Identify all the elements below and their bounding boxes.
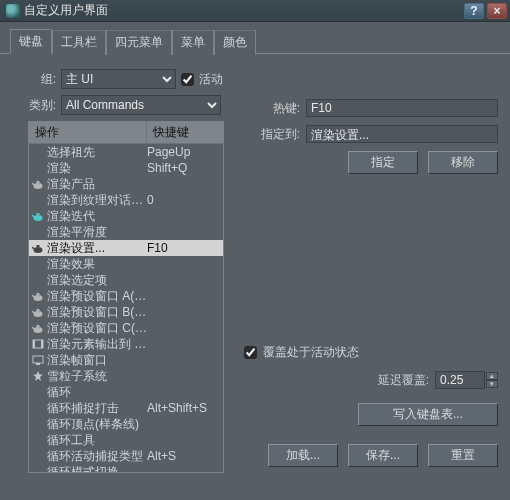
help-button[interactable]: ? — [464, 3, 484, 19]
item-name: 雪粒子系统 — [47, 368, 147, 384]
blank-icon — [31, 193, 45, 207]
list-item[interactable]: 渲染预设窗口 A("shif… — [29, 288, 223, 304]
svg-point-0 — [34, 183, 43, 189]
blank-icon — [31, 401, 45, 415]
window-title: 自定义用户界面 — [24, 2, 464, 19]
item-name: 循环活动捕捉类型 — [47, 448, 147, 464]
spin-down-icon[interactable]: ▾ — [486, 380, 498, 388]
item-name: 渲染平滑度 — [47, 224, 147, 240]
delay-input[interactable] — [435, 371, 485, 389]
item-name: 渲染预设窗口 B("shif… — [47, 304, 147, 320]
svg-marker-17 — [33, 371, 43, 381]
blank-icon — [31, 145, 45, 159]
tab-menus[interactable]: 菜单 — [172, 30, 214, 55]
remove-button[interactable]: 移除 — [428, 151, 498, 174]
list-item[interactable]: 渲染效果 — [29, 256, 223, 272]
list-item[interactable]: 渲染选定项 — [29, 272, 223, 288]
col-shortcut[interactable]: 快捷键 — [147, 122, 223, 143]
svg-rect-14 — [41, 340, 43, 348]
svg-rect-15 — [33, 356, 43, 363]
teapot-icon — [31, 177, 45, 191]
list-item[interactable]: 渲染预设窗口 B("shif… — [29, 304, 223, 320]
list-item[interactable]: 循环捕捉打击Alt+Shift+S — [29, 400, 223, 416]
close-button[interactable]: × — [487, 3, 507, 19]
save-button[interactable]: 保存... — [348, 444, 418, 467]
svg-point-10 — [34, 327, 43, 333]
list-item[interactable]: 渲染预设窗口 C("shif… — [29, 320, 223, 336]
list-item[interactable]: 渲染Shift+Q — [29, 160, 223, 176]
overlay-active-label: 覆盖处于活动状态 — [263, 344, 359, 361]
monitor-icon — [31, 353, 45, 367]
svg-rect-13 — [33, 340, 35, 348]
blank-icon — [31, 433, 45, 447]
blank-icon — [31, 161, 45, 175]
delay-label: 延迟覆盖: — [378, 372, 429, 389]
titlebar: 自定义用户界面 ? × — [0, 0, 510, 22]
svg-rect-5 — [37, 245, 40, 247]
spin-up-icon[interactable]: ▴ — [486, 372, 498, 380]
list-item[interactable]: 选择祖先PageUp — [29, 144, 223, 160]
tab-quads[interactable]: 四元菜单 — [106, 30, 172, 55]
blank-icon — [31, 257, 45, 271]
reset-button[interactable]: 重置 — [428, 444, 498, 467]
list-item[interactable]: 渲染帧窗口 — [29, 352, 223, 368]
group-select[interactable]: 主 UI — [61, 69, 176, 89]
item-name: 渲染迭代 — [47, 208, 147, 224]
svg-point-8 — [34, 311, 43, 317]
tab-colors[interactable]: 颜色 — [214, 30, 256, 55]
list-item[interactable]: 循环 — [29, 384, 223, 400]
svg-rect-11 — [37, 325, 40, 327]
item-shortcut: 0 — [147, 192, 223, 208]
list-item[interactable]: 渲染元素输出到 com… — [29, 336, 223, 352]
list-item[interactable]: 渲染到纹理对话框切换0 — [29, 192, 223, 208]
write-keytable-button[interactable]: 写入键盘表... — [358, 403, 498, 426]
tab-bar: 键盘 工具栏 四元菜单 菜单 颜色 — [0, 22, 510, 54]
svg-rect-9 — [37, 309, 40, 311]
svg-point-6 — [34, 295, 43, 301]
tab-toolbars[interactable]: 工具栏 — [52, 30, 106, 55]
category-select[interactable]: All Commands — [61, 95, 221, 115]
item-name: 循环顶点(样条线) — [47, 416, 147, 432]
blank-icon — [31, 273, 45, 287]
item-name: 渲染到纹理对话框切换 — [47, 192, 147, 208]
item-shortcut: F10 — [147, 240, 223, 256]
col-action[interactable]: 操作 — [29, 122, 147, 143]
item-name: 循环工具 — [47, 432, 147, 448]
teapot-active-icon — [31, 241, 45, 255]
teapot-cyan-icon — [31, 209, 45, 223]
assign-button[interactable]: 指定 — [348, 151, 418, 174]
tab-keyboard[interactable]: 键盘 — [10, 29, 52, 54]
list-item[interactable]: 循环活动捕捉类型Alt+S — [29, 448, 223, 464]
item-name: 渲染帧窗口 — [47, 352, 147, 368]
overlay-active-checkbox[interactable] — [244, 346, 257, 359]
item-name: 循环捕捉打击 — [47, 400, 147, 416]
blank-icon — [31, 417, 45, 431]
teapot-b-icon — [31, 305, 45, 319]
item-name: 渲染 — [47, 160, 147, 176]
list-item[interactable]: 雪粒子系统 — [29, 368, 223, 384]
list-item[interactable]: 循环模式切换 — [29, 464, 223, 473]
item-name: 循环 — [47, 384, 147, 400]
assigned-box: 渲染设置... — [306, 125, 498, 143]
list-item[interactable]: 循环顶点(样条线) — [29, 416, 223, 432]
film-icon — [31, 337, 45, 351]
list-header: 操作 快捷键 — [29, 122, 223, 144]
item-name: 渲染元素输出到 com… — [47, 336, 147, 352]
list-item[interactable]: 渲染产品 — [29, 176, 223, 192]
item-name: 渲染设置... — [47, 240, 147, 256]
list-item[interactable]: 渲染平滑度 — [29, 224, 223, 240]
svg-rect-1 — [37, 181, 40, 183]
hotkey-input[interactable] — [306, 99, 498, 117]
load-button[interactable]: 加载... — [268, 444, 338, 467]
teapot-a-icon — [31, 289, 45, 303]
hotkey-label: 热键: — [244, 100, 300, 117]
app-icon — [6, 4, 20, 18]
list-item[interactable]: 渲染设置...F10 — [29, 240, 223, 256]
item-name: 渲染预设窗口 A("shif… — [47, 288, 147, 304]
active-checkbox[interactable] — [181, 73, 194, 86]
svg-point-2 — [34, 215, 43, 221]
list-item[interactable]: 渲染迭代 — [29, 208, 223, 224]
list-item[interactable]: 循环工具 — [29, 432, 223, 448]
item-name: 渲染产品 — [47, 176, 147, 192]
action-list[interactable]: 操作 快捷键 选择祖先PageUp渲染Shift+Q渲染产品渲染到纹理对话框切换… — [28, 121, 224, 473]
